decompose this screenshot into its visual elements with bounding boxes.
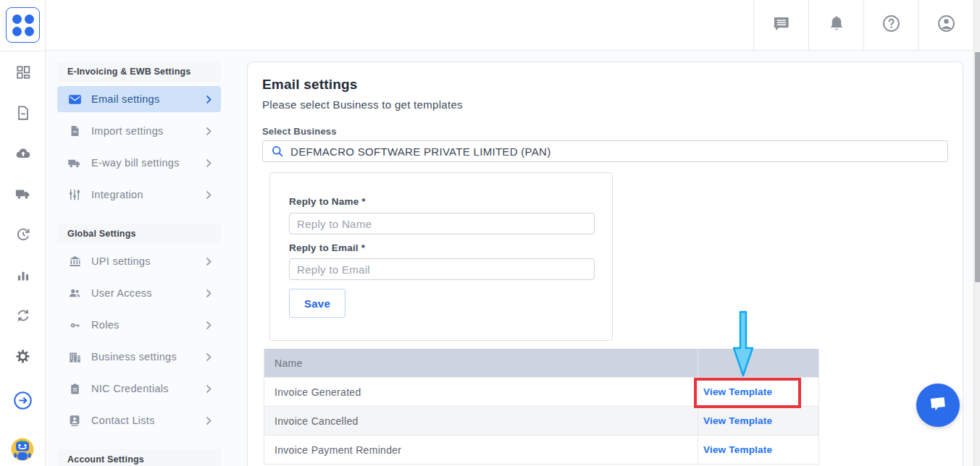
template-name: Invoice Cancelled	[264, 415, 698, 427]
sidebar-item-nic-credentials[interactable]: NIC Credentials	[57, 376, 221, 402]
reply-email-label: Reply to Email *	[289, 242, 365, 253]
sidebar-item-eway-bill-settings[interactable]: E-way bill settings	[57, 150, 221, 176]
bar-chart-icon	[16, 268, 30, 282]
bot-icon	[8, 435, 37, 464]
chat-icon	[771, 14, 791, 36]
chevron-right-icon	[206, 190, 212, 200]
eway-bill-nav[interactable]	[0, 185, 46, 203]
column-header-name: Name	[264, 357, 698, 369]
table-row-invoice-payment-reminder: Invoice Payment Reminder View Template	[264, 435, 818, 464]
logo-dot	[12, 14, 22, 24]
app-screen: E-Invoicing & EWB Settings Email setting…	[0, 0, 980, 466]
arrow-right-circle-icon	[13, 391, 33, 410]
page-title: Email settings	[262, 77, 358, 93]
chevron-right-icon	[206, 127, 212, 136]
settings-nav[interactable]	[0, 347, 46, 365]
table-row-invoice-cancelled: Invoice Cancelled View Template	[264, 406, 818, 435]
sidebar-item-label: Email settings	[91, 93, 206, 105]
logo-dot	[25, 14, 34, 24]
notifications-button[interactable]	[808, 0, 863, 50]
email-templates-table: Name Invoice Generated View Template Inv…	[264, 349, 819, 465]
chat-button[interactable]	[753, 0, 808, 50]
sliders-icon	[67, 187, 82, 202]
sidebar-item-label: Integration	[91, 189, 206, 200]
chevron-right-icon	[206, 384, 212, 394]
dashboard-icon	[15, 64, 31, 80]
top-bar	[46, 0, 980, 51]
sidebar-item-email-settings[interactable]: Email settings	[57, 86, 221, 112]
app-logo[interactable]	[6, 7, 40, 43]
sidebar-item-import-settings[interactable]: Import settings	[57, 118, 221, 144]
section-header-account: Account Settings	[57, 449, 221, 466]
search-icon	[271, 145, 284, 158]
history-nav[interactable]	[0, 225, 46, 244]
chevron-right-icon	[206, 257, 212, 266]
clipboard-icon	[67, 381, 82, 396]
building-icon	[67, 350, 82, 364]
business-select-input[interactable]	[290, 145, 947, 158]
chevron-right-icon	[206, 158, 212, 168]
documents-nav[interactable]	[0, 103, 46, 122]
support-bot-avatar[interactable]	[8, 435, 37, 464]
reply-email-input[interactable]	[289, 258, 595, 280]
chat-fab[interactable]	[916, 384, 960, 427]
sidebar-item-label: E-way bill settings	[91, 157, 206, 169]
template-name: Invoice Generated	[264, 386, 698, 398]
logo-dot	[25, 27, 34, 36]
truck-icon	[67, 156, 82, 170]
table-row-invoice-generated: Invoice Generated View Template	[264, 377, 818, 406]
view-template-link[interactable]: View Template	[703, 415, 772, 426]
business-select[interactable]	[262, 140, 948, 162]
scrollbar-thumb[interactable]	[975, 52, 980, 282]
section-header-global: Global Settings	[57, 224, 221, 244]
sidebar-item-user-access[interactable]: User Access	[57, 280, 221, 306]
sidebar-item-label: User Access	[91, 287, 206, 299]
reply-name-input[interactable]	[289, 213, 595, 234]
action-cell: View Template	[698, 436, 818, 464]
save-button[interactable]: Save	[289, 289, 345, 318]
chevron-right-icon	[206, 321, 212, 330]
view-template-link[interactable]: View Template	[703, 386, 772, 397]
contact-card-icon	[67, 413, 82, 428]
sync-nav[interactable]	[0, 306, 46, 325]
sidebar-item-roles[interactable]: Roles	[57, 312, 221, 338]
left-icon-rail	[0, 0, 46, 466]
sidebar-item-label: UPI settings	[91, 255, 206, 267]
sidebar-item-contact-lists[interactable]: Contact Lists	[57, 407, 221, 433]
vertical-scrollbar[interactable]	[973, 0, 980, 466]
reports-nav[interactable]	[0, 266, 46, 284]
chevron-right-icon	[206, 352, 212, 362]
account-button[interactable]	[918, 0, 973, 50]
sidebar-item-upi-settings[interactable]: UPI settings	[57, 248, 221, 274]
expand-sidebar-button[interactable]	[0, 391, 46, 410]
page-subtitle: Please select Business to get templates	[262, 98, 463, 111]
sidebar-item-integration[interactable]: Integration	[57, 182, 221, 208]
action-cell: View Template	[698, 407, 818, 435]
bank-icon	[67, 254, 82, 268]
truck-icon	[14, 186, 32, 202]
upload-nav[interactable]	[0, 144, 46, 163]
chevron-right-icon	[206, 95, 212, 104]
gear-icon	[14, 348, 31, 365]
sidebar-item-label: NIC Credentials	[91, 383, 206, 394]
reply-settings-form: Reply to Name * Reply to Email * Save	[269, 172, 613, 341]
spacer	[57, 439, 221, 449]
view-template-link[interactable]: View Template	[703, 444, 772, 455]
help-button[interactable]	[863, 0, 918, 50]
file-icon	[67, 124, 82, 138]
document-icon	[15, 105, 31, 121]
history-icon	[15, 226, 31, 242]
chevron-right-icon	[206, 289, 212, 298]
chevron-right-icon	[206, 416, 212, 425]
account-icon	[937, 14, 956, 36]
sidebar-item-business-settings[interactable]: Business settings	[57, 344, 221, 370]
section-header-einvoicing: E-Invoicing & EWB Settings	[57, 62, 221, 82]
action-cell: View Template	[698, 378, 818, 406]
sidebar-item-label: Import settings	[91, 125, 206, 137]
logo-dot	[12, 27, 22, 36]
main-content: Email settings Please select Business to…	[247, 62, 963, 466]
dashboard-nav[interactable]	[0, 63, 46, 82]
divider	[0, 51, 46, 51]
column-header-action	[698, 349, 818, 377]
select-business-label: Select Business	[262, 126, 337, 137]
